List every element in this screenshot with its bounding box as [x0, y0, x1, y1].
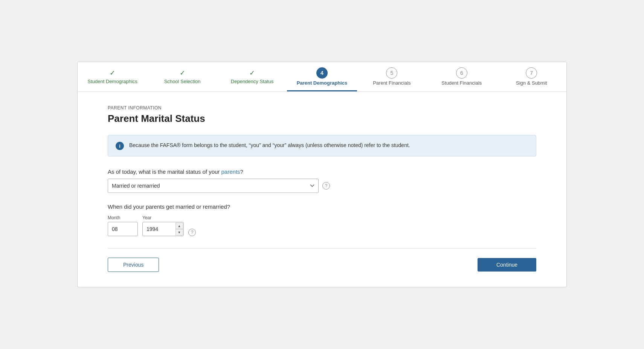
question1-text: As of today, what is the marital status … [108, 168, 536, 175]
month-field: Month [108, 215, 138, 236]
year-decrement-button[interactable]: ▼ [175, 229, 183, 235]
step-number-6: 6 [456, 67, 467, 79]
month-label: Month [108, 215, 138, 220]
stepper: ✓ Student Demographics ✓ School Selectio… [78, 62, 566, 92]
divider [108, 248, 536, 249]
step-parent-financials[interactable]: 5 Parent Financials [357, 62, 427, 91]
step-number-5: 5 [386, 67, 397, 79]
checkmark-icon: ✓ [249, 69, 255, 77]
section-label: PARENT INFORMATION [108, 105, 536, 111]
step-parent-demographics[interactable]: 4 Parent Demographics [287, 62, 357, 91]
page-container: ✓ Student Demographics ✓ School Selectio… [77, 62, 567, 287]
question1-suffix: ? [240, 168, 243, 175]
continue-button[interactable]: Continue [478, 258, 536, 272]
year-help-icon[interactable]: ? [188, 229, 196, 236]
section-title: Parent Marital Status [108, 113, 536, 124]
info-text: Because the FAFSA® form belongs to the s… [129, 141, 410, 149]
year-spinners: ▲ ▼ [175, 223, 183, 235]
step-sign-submit[interactable]: 7 Sign & Submit [497, 62, 566, 91]
year-field: Year ▲ ▼ [142, 215, 184, 236]
step-number-4: 4 [316, 67, 328, 79]
main-content: PARENT INFORMATION Parent Marital Status… [78, 92, 566, 287]
date-row: Month Year ▲ ▼ ? [108, 215, 536, 236]
marital-status-select[interactable]: Married or remarried Never married Divor… [108, 179, 319, 193]
marital-status-help-icon[interactable]: ? [322, 182, 330, 190]
info-icon: i [116, 142, 124, 150]
year-increment-button[interactable]: ▲ [175, 223, 183, 229]
info-box: i Because the FAFSA® form belongs to the… [108, 135, 536, 156]
month-input[interactable] [108, 222, 138, 236]
question1-prefix: As of today, what is the marital status … [108, 168, 221, 175]
marital-status-row: Married or remarried Never married Divor… [108, 179, 536, 193]
step-student-financials[interactable]: 6 Student Financials [427, 62, 496, 91]
parents-link[interactable]: parents [221, 168, 240, 175]
question2-text: When did your parents get married or rem… [108, 203, 536, 210]
year-label: Year [142, 215, 184, 220]
year-input-wrap: ▲ ▼ [142, 222, 184, 236]
button-row: Previous Continue [108, 258, 536, 272]
step-number-7: 7 [526, 67, 537, 79]
checkmark-icon: ✓ [180, 69, 185, 77]
step-school-selection[interactable]: ✓ School Selection [147, 62, 217, 91]
step-student-demographics[interactable]: ✓ Student Demographics [78, 62, 147, 91]
previous-button[interactable]: Previous [108, 258, 159, 272]
checkmark-icon: ✓ [110, 69, 115, 77]
step-dependency-status[interactable]: ✓ Dependency Status [217, 62, 287, 91]
